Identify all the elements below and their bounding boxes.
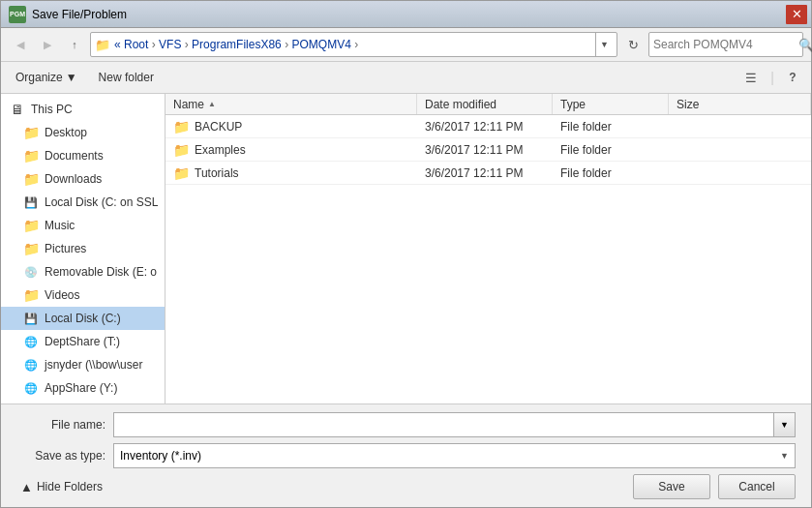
file-name-dropdown-button[interactable]: ▼: [774, 412, 796, 437]
column-header-size[interactable]: Size: [669, 94, 811, 114]
refresh-button[interactable]: ↻: [621, 33, 645, 56]
search-box: 🔍: [648, 32, 803, 57]
save-button[interactable]: Save: [633, 474, 710, 499]
file-name-cell: 📁 Examples: [165, 138, 417, 161]
music-folder-icon: 📁: [22, 217, 40, 234]
sidebar-item-desktop[interactable]: 📁 Desktop: [1, 121, 165, 144]
sidebar-item-downloads[interactable]: 📁 Downloads: [1, 167, 165, 191]
sidebar-item-videos[interactable]: 📁 Videos: [1, 284, 165, 307]
sidebar-item-videos-label: Videos: [45, 288, 79, 302]
desktop-folder-icon: 📁: [22, 124, 40, 141]
file-pane: Name ▲ Date modified Type Size 📁 BACKUP: [165, 94, 811, 403]
column-header-name[interactable]: Name ▲: [165, 94, 417, 114]
downloads-folder-icon: 📁: [22, 170, 40, 188]
file-name-label: File name:: [16, 418, 113, 432]
folder-icon: 📁: [173, 165, 190, 181]
sidebar-item-jsnyder[interactable]: 🌐 jsnyder (\\bow\user: [1, 353, 165, 376]
sidebar-item-local-disk-ssl[interactable]: 💾 Local Disk (C: on SSL: [1, 191, 165, 214]
nav-pane: 🖥 This PC 📁 Desktop 📁 Documents 📁 Downlo…: [1, 94, 165, 403]
sidebar-item-this-pc-label: This PC: [31, 103, 73, 116]
bottom-section: File name: ▼ Save as type: Inventory (*.…: [1, 404, 811, 507]
table-row[interactable]: 📁 Examples 3/6/2017 12:11 PM File folder: [165, 138, 811, 162]
new-folder-button[interactable]: New folder: [92, 66, 161, 89]
sort-arrow-name: ▲: [208, 100, 216, 108]
file-name-cell: 📁 Tutorials: [165, 162, 417, 184]
up-button[interactable]: ↑: [63, 33, 86, 56]
save-type-row: Save as type: Inventory (*.inv) ▼: [16, 443, 796, 468]
title-bar-left: PGM Save File/Problem: [9, 6, 127, 23]
file-name-cell: 📁 BACKUP: [165, 115, 417, 137]
table-row[interactable]: 📁 Tutorials 3/6/2017 12:11 PM File folde…: [165, 162, 811, 185]
pc-icon: 🖥: [9, 101, 26, 118]
action-row: ▲ Hide Folders Save Cancel: [16, 474, 796, 499]
file-date-cell: 3/6/2017 12:11 PM: [417, 162, 553, 184]
sidebar-item-pictures-label: Pictures: [45, 242, 86, 255]
dialog-title: Save File/Problem: [32, 8, 127, 21]
app-icon: PGM: [9, 6, 26, 23]
sidebar-item-appshare-label: AppShare (Y:): [45, 381, 117, 395]
column-header-type[interactable]: Type: [553, 94, 669, 114]
action-buttons: Save Cancel: [633, 474, 796, 499]
file-name-row: File name: ▼: [16, 412, 796, 437]
documents-folder-icon: 📁: [22, 147, 40, 164]
file-type-cell: File folder: [553, 162, 669, 184]
back-button[interactable]: ◀: [9, 33, 32, 56]
save-type-value: Inventory (*.inv): [120, 449, 201, 463]
search-icon-button[interactable]: 🔍: [798, 38, 812, 52]
file-type-cell: File folder: [553, 138, 669, 161]
path-folder-icon: 📁: [95, 38, 110, 52]
save-type-dropdown[interactable]: Inventory (*.inv) ▼: [113, 443, 796, 468]
organize-toolbar: Organize ▼ New folder ☰ | ?: [1, 62, 811, 94]
sidebar-item-appshare[interactable]: 🌐 AppShare (Y:): [1, 376, 165, 400]
pictures-folder-icon: 📁: [22, 240, 40, 257]
view-button[interactable]: ☰: [739, 66, 763, 89]
cancel-button[interactable]: Cancel: [718, 474, 796, 499]
sidebar-item-desktop-label: Desktop: [45, 126, 87, 139]
sidebar-item-music-label: Music: [45, 219, 75, 232]
sidebar-item-pictures[interactable]: 📁 Pictures: [1, 237, 165, 260]
removable-disk-icon: 💿: [22, 263, 40, 281]
path-text: « Root › VFS › ProgramFilesX86 › POMQMV4…: [114, 38, 595, 51]
hide-folders-button[interactable]: ▲ Hide Folders: [16, 478, 106, 496]
sidebar-item-removable-disk[interactable]: 💿 Removable Disk (E: o: [1, 260, 165, 284]
organize-button[interactable]: Organize ▼: [9, 66, 84, 89]
title-bar: PGM Save File/Problem ✕: [1, 1, 811, 28]
sidebar-item-music[interactable]: 📁 Music: [1, 214, 165, 237]
hide-folders-arrow-icon: ▲: [20, 480, 33, 494]
file-size-cell: [669, 162, 811, 184]
path-dropdown-button[interactable]: ▼: [595, 33, 613, 56]
close-button[interactable]: ✕: [786, 5, 807, 24]
save-type-label: Save as type:: [16, 449, 113, 463]
appshare-icon: 🌐: [22, 379, 40, 397]
column-header-date[interactable]: Date modified: [417, 94, 553, 114]
file-name-input[interactable]: [113, 412, 774, 437]
file-size-cell: [669, 138, 811, 161]
file-list-header: Name ▲ Date modified Type Size: [165, 94, 811, 115]
save-file-dialog: PGM Save File/Problem ✕ ◀ ▶ ↑ 📁 « Root ›…: [0, 0, 812, 508]
file-type-cell: File folder: [553, 115, 669, 137]
videos-folder-icon: 📁: [22, 286, 40, 304]
file-date-cell: 3/6/2017 12:11 PM: [417, 138, 553, 161]
forward-button[interactable]: ▶: [36, 33, 59, 56]
sidebar-item-local-disk-ssl-label: Local Disk (C: on SSL: [45, 195, 158, 209]
sidebar-item-documents-label: Documents: [45, 149, 104, 163]
sidebar-item-deptshare-label: DeptShare (T:): [45, 335, 120, 348]
sidebar-item-documents[interactable]: 📁 Documents: [1, 144, 165, 167]
sidebar-item-local-disk-c-label: Local Disk (C:): [45, 312, 121, 325]
deptshare-icon: 🌐: [22, 333, 40, 350]
help-button[interactable]: ?: [782, 67, 803, 88]
file-size-cell: [669, 115, 811, 137]
save-type-dropdown-arrow: ▼: [780, 451, 789, 461]
table-row[interactable]: 📁 BACKUP 3/6/2017 12:11 PM File folder: [165, 115, 811, 138]
folder-icon: 📁: [173, 119, 190, 134]
sidebar-item-this-pc[interactable]: 🖥 This PC: [1, 98, 165, 121]
main-area: 🖥 This PC 📁 Desktop 📁 Documents 📁 Downlo…: [1, 94, 811, 404]
sidebar-item-deptshare[interactable]: 🌐 DeptShare (T:): [1, 330, 165, 353]
sidebar-item-jsnyder-label: jsnyder (\\bow\user: [45, 358, 142, 372]
local-disk-c-icon: 💾: [22, 310, 40, 327]
sidebar-item-local-disk-c[interactable]: 💾 Local Disk (C:): [1, 307, 165, 330]
path-bar[interactable]: 📁 « Root › VFS › ProgramFilesX86 › POMQM…: [90, 32, 617, 57]
address-toolbar: ◀ ▶ ↑ 📁 « Root › VFS › ProgramFilesX86 ›…: [1, 28, 811, 62]
search-input[interactable]: [653, 38, 798, 51]
hide-folders-label: Hide Folders: [37, 480, 103, 493]
